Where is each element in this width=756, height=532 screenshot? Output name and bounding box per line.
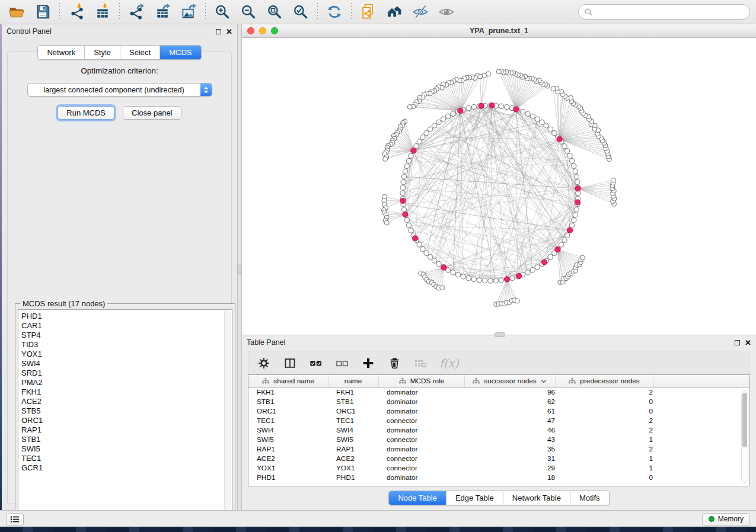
table-scrollbar-track[interactable]: [741, 390, 748, 483]
minimize-window-icon[interactable]: [259, 27, 266, 34]
mcds-node[interactable]: [557, 136, 562, 142]
network-node[interactable]: [436, 120, 441, 124]
network-node[interactable]: [544, 123, 548, 128]
network-node[interactable]: [573, 169, 578, 174]
table-row[interactable]: FKH1FKH1dominator962: [248, 387, 749, 397]
tab-network[interactable]: Network: [38, 46, 85, 59]
network-node[interactable]: [520, 109, 525, 114]
mcds-node[interactable]: [555, 247, 560, 252]
network-node[interactable]: [446, 114, 451, 118]
export-network-button[interactable]: [126, 2, 147, 22]
network-node[interactable]: [401, 207, 406, 212]
column-header-predecessor-nodes[interactable]: predecessor nodes: [555, 375, 653, 387]
zoom-in-button[interactable]: [212, 2, 233, 22]
mcds-node[interactable]: [489, 102, 495, 108]
network-node[interactable]: [572, 164, 576, 168]
table-row[interactable]: RAP1RAP1dominator352: [248, 444, 749, 454]
network-node[interactable]: [406, 223, 411, 227]
network-node[interactable]: [407, 104, 412, 109]
tab-network-table[interactable]: Network Table: [503, 491, 570, 505]
mcds-node[interactable]: [567, 227, 573, 233]
table-settings-button[interactable]: [257, 356, 271, 370]
network-node[interactable]: [400, 185, 405, 190]
list-item[interactable]: PMA2: [21, 378, 232, 387]
tab-motifs[interactable]: Motifs: [570, 491, 609, 505]
list-scrollbar-track[interactable]: [224, 310, 231, 520]
network-graph[interactable]: [242, 38, 755, 335]
network-node[interactable]: [424, 130, 429, 135]
tab-select[interactable]: Select: [120, 46, 160, 59]
network-node[interactable]: [400, 191, 405, 196]
mcds-node[interactable]: [441, 265, 446, 270]
mcds-node[interactable]: [479, 103, 484, 108]
close-panel-button[interactable]: Close panel: [123, 106, 181, 120]
network-node[interactable]: [424, 251, 429, 255]
network-node[interactable]: [510, 275, 515, 280]
column-header-shared-name[interactable]: shared name: [248, 375, 328, 387]
network-node[interactable]: [551, 86, 556, 91]
network-node[interactable]: [525, 111, 530, 116]
network-node[interactable]: [461, 274, 465, 279]
network-node[interactable]: [499, 278, 503, 283]
network-node[interactable]: [451, 270, 455, 275]
network-node[interactable]: [535, 265, 540, 270]
mcds-node[interactable]: [542, 259, 547, 265]
import-network-button[interactable]: [66, 2, 87, 22]
zoom-out-button[interactable]: [238, 2, 259, 22]
memory-button[interactable]: Memory: [702, 513, 750, 525]
network-node[interactable]: [451, 111, 455, 116]
network-node[interactable]: [569, 223, 574, 227]
network-node[interactable]: [573, 213, 578, 217]
network-node[interactable]: [515, 299, 519, 303]
network-node[interactable]: [420, 134, 425, 139]
network-node[interactable]: [530, 267, 535, 272]
network-node[interactable]: [478, 74, 483, 79]
table-row[interactable]: YOX1YOX1connector291: [248, 463, 749, 473]
table-row[interactable]: ACE2ACE2connector311: [248, 454, 749, 463]
list-item[interactable]: SWI5: [21, 444, 232, 454]
network-node[interactable]: [477, 278, 481, 283]
network-node[interactable]: [548, 127, 553, 132]
task-history-button[interactable]: [6, 513, 24, 525]
network-node[interactable]: [611, 178, 615, 182]
network-node[interactable]: [574, 174, 579, 179]
network-node[interactable]: [471, 277, 476, 281]
list-item[interactable]: STB5: [21, 406, 232, 416]
network-node[interactable]: [471, 104, 476, 109]
open-session-button[interactable]: [6, 2, 27, 22]
network-node[interactable]: [404, 218, 409, 223]
network-node[interactable]: [548, 255, 553, 259]
network-node[interactable]: [567, 153, 572, 158]
network-node[interactable]: [535, 117, 540, 121]
table-row[interactable]: TEC1TEC1connector472: [248, 416, 749, 425]
tab-node-table[interactable]: Node Table: [389, 491, 446, 505]
export-table-button[interactable]: [152, 2, 173, 22]
list-item[interactable]: FKH1: [21, 387, 232, 397]
criterion-dropdown[interactable]: largest connected component (undirected): [27, 83, 212, 97]
network-node[interactable]: [404, 164, 409, 168]
close-panel-icon[interactable]: ✕: [226, 28, 232, 36]
close-window-icon[interactable]: [247, 27, 254, 34]
network-node[interactable]: [552, 130, 557, 135]
close-panel-icon[interactable]: ✕: [745, 339, 751, 347]
table-row[interactable]: STB1STB1dominator620: [248, 397, 749, 406]
mcds-node[interactable]: [400, 198, 406, 203]
network-node[interactable]: [401, 180, 406, 184]
run-mcds-button[interactable]: Run MCDS: [58, 106, 114, 120]
network-node[interactable]: [499, 104, 503, 108]
network-node[interactable]: [562, 238, 567, 242]
create-column-button[interactable]: [361, 356, 375, 370]
network-node[interactable]: [455, 272, 460, 277]
list-item[interactable]: CAR1: [21, 321, 232, 331]
deselect-all-rows-button[interactable]: [335, 356, 349, 370]
network-node[interactable]: [384, 220, 389, 225]
tab-edge-table[interactable]: Edge Table: [446, 491, 503, 505]
table-row[interactable]: PHD1PHD1dominator180: [248, 473, 749, 482]
network-node[interactable]: [436, 262, 441, 267]
fit-content-button[interactable]: [264, 2, 285, 22]
list-item[interactable]: ORC1: [21, 416, 232, 425]
list-item[interactable]: TEC1: [21, 454, 232, 463]
select-all-rows-button[interactable]: [309, 356, 323, 370]
list-item[interactable]: STP4: [21, 331, 232, 340]
network-node[interactable]: [559, 242, 564, 247]
